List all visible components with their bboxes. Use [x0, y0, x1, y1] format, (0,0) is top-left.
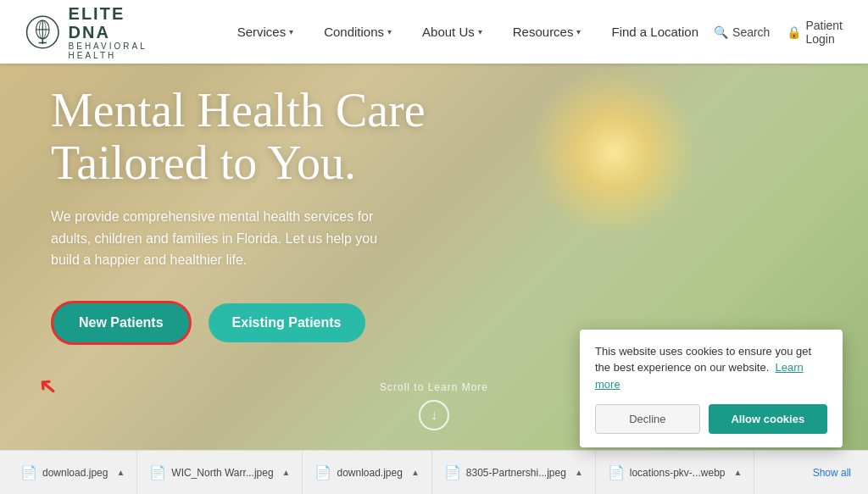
sun-glow — [529, 68, 698, 237]
navbar: Elite DNA Behavioral Health Services ▾ C… — [0, 0, 868, 64]
nav-find-location[interactable]: Find a Location — [596, 0, 714, 64]
scroll-indicator: Scroll to Learn More ↓ — [380, 381, 488, 430]
download-item-1[interactable]: 📄 WIC_North Warr...jpeg ▲ — [137, 451, 303, 494]
chevron-down-icon: ▾ — [387, 27, 392, 36]
nav-services[interactable]: Services ▾ — [222, 0, 309, 64]
chevron-up-icon: ▲ — [282, 468, 291, 477]
bottom-bar: 📄 download.jpeg ▲ 📄 WIC_North Warr...jpe… — [0, 450, 868, 494]
chevron-up-icon: ▲ — [116, 468, 125, 477]
patient-login-link[interactable]: 🔒 Patient Login — [787, 19, 843, 46]
hero-subtitle: We provide comprehensive mental health s… — [51, 206, 407, 271]
hero-buttons: New Patients Existing Patients — [51, 301, 426, 345]
logo-title: Elite DNA — [69, 4, 171, 42]
cookie-banner: This website uses cookies to ensure you … — [580, 330, 843, 448]
new-patients-button[interactable]: New Patients — [51, 301, 192, 345]
logo-text: Elite DNA Behavioral Health — [69, 4, 171, 60]
decline-button[interactable]: Decline — [595, 404, 700, 434]
logo-subtitle: Behavioral Health — [69, 42, 171, 60]
nav-about[interactable]: About Us ▾ — [407, 0, 498, 64]
cookie-buttons: Decline Allow cookies — [595, 404, 827, 434]
hero-title: Mental Health CareTailored to You. — [51, 85, 426, 189]
chevron-up-icon: ▲ — [734, 468, 743, 477]
logo-icon — [25, 10, 60, 54]
download-item-2[interactable]: 📄 download.jpeg ▲ — [303, 451, 431, 494]
search-icon: 🔍 — [714, 25, 728, 39]
existing-patients-button[interactable]: Existing Patients — [209, 303, 365, 342]
scroll-text: Scroll to Learn More — [380, 381, 488, 393]
chevron-down-icon: ▾ — [478, 27, 482, 36]
chevron-up-icon: ▲ — [575, 468, 583, 477]
search-link[interactable]: 🔍 Search — [714, 25, 770, 39]
download-item-4[interactable]: 📄 locations-pkv-...webp ▲ — [596, 451, 755, 494]
download-item-0[interactable]: 📄 download.jpeg ▲ — [8, 451, 137, 494]
logo[interactable]: Elite DNA Behavioral Health — [25, 4, 171, 60]
lock-icon: 🔒 — [787, 25, 801, 39]
file-icon: 📄 — [608, 464, 625, 480]
nav-conditions[interactable]: Conditions ▾ — [309, 0, 407, 64]
file-icon: 📄 — [149, 464, 166, 480]
nav-links: Services ▾ Conditions ▾ About Us ▾ Resou… — [222, 0, 714, 64]
chevron-down-icon: ▾ — [576, 27, 581, 36]
nav-right: 🔍 Search 🔒 Patient Login — [714, 19, 843, 46]
file-icon: 📄 — [314, 464, 331, 480]
scroll-down-icon[interactable]: ↓ — [419, 400, 449, 430]
download-item-3[interactable]: 📄 8305-Partnershi...jpeg ▲ — [432, 451, 596, 494]
file-icon: 📄 — [444, 464, 461, 480]
chevron-down-icon: ▾ — [289, 27, 293, 36]
allow-cookies-button[interactable]: Allow cookies — [709, 404, 827, 434]
show-all-link[interactable]: Show all — [813, 467, 860, 479]
hero-content: Mental Health CareTailored to You. We pr… — [51, 85, 426, 379]
file-icon: 📄 — [20, 464, 37, 480]
cookie-text: This website uses cookies to ensure you … — [595, 343, 827, 393]
chevron-up-icon: ▲ — [411, 468, 420, 477]
nav-resources[interactable]: Resources ▾ — [498, 0, 597, 64]
